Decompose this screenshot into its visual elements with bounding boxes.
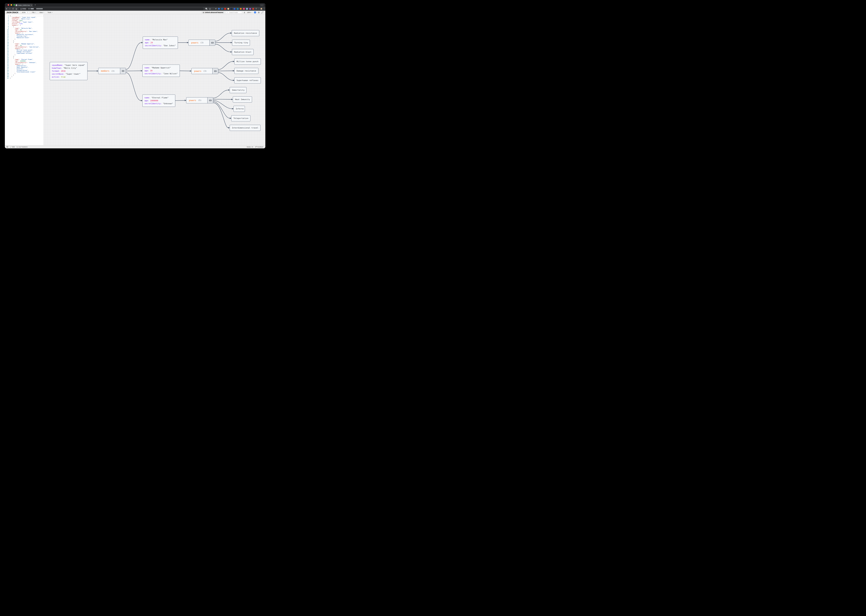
- search-node-box[interactable]: [226, 11, 242, 14]
- graph-node-root[interactable]: squadName: "Super hero squad"homeTown: "…: [50, 62, 87, 80]
- editor-line[interactable]: 29"name": "Eternal Flame",: [5, 59, 44, 60]
- graph-node-p1-1[interactable]: Damage resistance: [235, 68, 258, 74]
- graph-node-p2-1[interactable]: Heat Immunity: [233, 96, 252, 102]
- editor-line[interactable]: 27},: [5, 56, 44, 57]
- graph-node-member-0[interactable]: name: "Molecule Man"age: 29secretIdentit…: [143, 36, 178, 49]
- editor-line[interactable]: 8{: [5, 26, 44, 28]
- editor-line[interactable]: 22"powers": [: [5, 48, 44, 49]
- live-transform-toggle[interactable]: Live Transform: [16, 146, 28, 148]
- editor-line[interactable]: 23"Million tonne punch",: [5, 49, 44, 51]
- graph-node-p2-2[interactable]: Inferno: [233, 106, 245, 112]
- forward-icon[interactable]: [8, 8, 11, 10]
- bookmark-star-icon[interactable]: [209, 8, 211, 10]
- editor-line[interactable]: 28{: [5, 57, 44, 59]
- lock-icon[interactable]: [234, 8, 235, 10]
- json-code-editor[interactable]: 1{2"squadName": "Super hero squad",3"hom…: [5, 14, 44, 145]
- moon-icon[interactable]: [230, 8, 232, 10]
- profile-avatar[interactable]: [260, 8, 262, 10]
- feedback-button[interactable]: Feedback: [255, 146, 263, 148]
- editor-line[interactable]: 36"Teleportation",: [5, 69, 44, 71]
- swirl-icon[interactable]: [249, 8, 251, 10]
- graph-canvas[interactable]: squadName: "Super hero squad"homeTown: "…: [44, 14, 265, 145]
- graph-node-powers-1[interactable]: powers(3): [191, 68, 218, 74]
- m-icon[interactable]: [237, 8, 238, 10]
- editor-line[interactable]: 12"powers": [: [5, 32, 44, 34]
- tab-close-icon[interactable]: ✕: [31, 5, 32, 6]
- new-tab-button[interactable]: +: [35, 4, 36, 6]
- editor-line[interactable]: 2"squadName": "Super hero squad",: [5, 17, 44, 18]
- editor-line[interactable]: 31"secretIdentity": "Unknown",: [5, 62, 44, 63]
- menu-view[interactable]: View▼: [39, 12, 44, 13]
- editor-line[interactable]: 11"secretIdentity": "Dan Jukes",: [5, 31, 44, 32]
- graph-node-powers-0[interactable]: powers(3): [189, 40, 215, 46]
- editor-line[interactable]: 4"formed": 2016,: [5, 20, 44, 21]
- graph-node-p0-1[interactable]: Turning tiny: [232, 40, 250, 46]
- close-window-button[interactable]: [8, 4, 9, 6]
- editor-line[interactable]: 3"homeTown": "Metro City",: [5, 18, 44, 20]
- graph-node-p1-2[interactable]: Superhuman reflexes: [235, 77, 261, 83]
- editor-line[interactable]: 10"age": 29,: [5, 29, 44, 31]
- send-icon[interactable]: [215, 8, 217, 10]
- notes-icon[interactable]: [252, 8, 254, 10]
- format-select[interactable]: JSON ▲▼: [21, 11, 29, 14]
- editor-line[interactable]: 33"Immortality",: [5, 65, 44, 66]
- expand-link-icon[interactable]: [209, 40, 215, 46]
- editor-line[interactable]: 35"Inferno",: [5, 68, 44, 69]
- browser-menu-icon[interactable]: ⋮: [264, 8, 265, 9]
- editor-line[interactable]: 5"secretBase": "Super tower",: [5, 21, 44, 23]
- editor-line[interactable]: 30"age": 1000000,: [5, 60, 44, 62]
- editor-line[interactable]: 18{: [5, 42, 44, 43]
- editor-line[interactable]: 15"Radiation blast": [5, 37, 44, 38]
- fullscreen-icon[interactable]: [261, 11, 263, 14]
- security-badge[interactable]: 不安全: [20, 8, 27, 10]
- graph-node-p2-3[interactable]: Teleportation: [231, 115, 250, 121]
- orange-icon[interactable]: [240, 8, 242, 10]
- jsoncrack-logo[interactable]: JSON CRACK: [6, 11, 18, 14]
- expand-link-icon[interactable]: [213, 68, 218, 74]
- graph-node-powers-2[interactable]: powers(5): [186, 97, 213, 103]
- reload-icon[interactable]: [12, 8, 15, 10]
- bird-icon[interactable]: [221, 8, 223, 10]
- download-button[interactable]: [244, 11, 246, 13]
- settings-gear-icon[interactable]: [258, 11, 260, 14]
- home-icon[interactable]: [15, 8, 18, 10]
- tab-search-chevron-icon[interactable]: ⌄: [260, 4, 264, 6]
- editor-line[interactable]: 24"Damage resistance",: [5, 51, 44, 52]
- graph-node-p0-2[interactable]: Radiation blast: [232, 49, 254, 55]
- editor-line[interactable]: 25"Superhuman reflexes": [5, 52, 44, 54]
- editor-line[interactable]: 13"Radiation resistance",: [5, 34, 44, 35]
- ring-icon[interactable]: [246, 8, 248, 10]
- editor-line[interactable]: 1{: [5, 15, 44, 17]
- url-omnibox[interactable]: 不安全: [19, 8, 204, 10]
- editor-line[interactable]: 32"powers": [: [5, 63, 44, 65]
- graph-node-p0-0[interactable]: Radiation resistance: [232, 30, 259, 36]
- translate-icon[interactable]: GA: [205, 8, 208, 10]
- zoom-level-dropdown[interactable]: 185%▼: [247, 12, 252, 13]
- graph-node-p2-0[interactable]: Immortality: [230, 87, 246, 93]
- avatar-extension-icon[interactable]: [227, 8, 229, 10]
- editor-line[interactable]: 17},: [5, 40, 44, 42]
- editor-line[interactable]: 40]: [5, 76, 44, 77]
- editor-line[interactable]: 39}: [5, 74, 44, 76]
- account-button[interactable]: [254, 11, 256, 14]
- editor-line[interactable]: 14"Turning tiny",: [5, 35, 44, 37]
- search-node-input[interactable]: [229, 11, 241, 14]
- editor-line[interactable]: 41}: [5, 77, 44, 79]
- back-icon[interactable]: [5, 8, 8, 10]
- translate-ext-icon[interactable]: [243, 8, 245, 10]
- shield-icon[interactable]: [224, 8, 226, 10]
- editor-line[interactable]: 38]: [5, 73, 44, 74]
- drop-icon[interactable]: [218, 8, 220, 10]
- graph-node-p2-4[interactable]: Interdimensional travel: [230, 125, 260, 131]
- graph-node-member-2[interactable]: name: "Eternal Flame"age: 1000000secretI…: [142, 94, 175, 107]
- editor-line[interactable]: 20"age": 39,: [5, 45, 44, 46]
- editor-line[interactable]: 37"Interdimensional travel": [5, 71, 44, 73]
- editor-line[interactable]: 6"active": true,: [5, 23, 44, 24]
- menu-file[interactable]: File▼: [32, 12, 36, 13]
- expand-link-icon[interactable]: [120, 68, 126, 74]
- editor-line[interactable]: 34"Heat Immunity",: [5, 66, 44, 68]
- editor-line[interactable]: 19"name": "Madame Uppercut",: [5, 43, 44, 45]
- editor-line[interactable]: 21"secretIdentity": "Jane Wilson",: [5, 46, 44, 48]
- editor-line[interactable]: 7"members": [: [5, 24, 44, 26]
- graph-node-p1-0[interactable]: Million tonne punch: [235, 58, 261, 64]
